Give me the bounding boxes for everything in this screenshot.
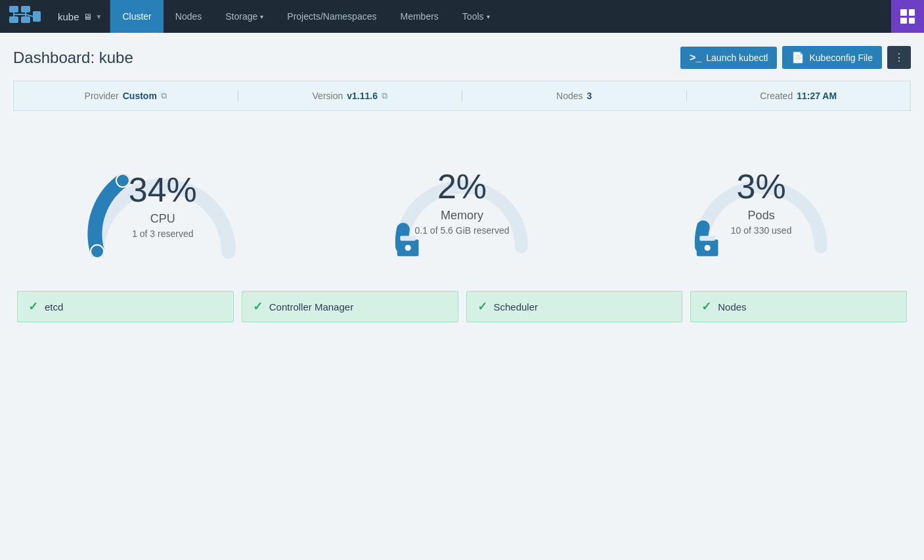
grid-icon [900,9,915,24]
nav-item-tools[interactable]: Tools ▾ [451,0,502,33]
svg-point-13 [405,245,411,251]
status-controller-manager: ✓ Controller Manager [242,291,458,322]
created-info: Created 11:27 AM [686,91,911,101]
cpu-percent: 34% [129,173,197,207]
info-bar: Provider Custom ⧉ Version v1.11.6 ⧉ Node… [13,81,911,111]
svg-rect-4 [33,11,41,22]
more-icon: ⋮ [894,52,904,63]
status-etcd: ✓ etcd [17,291,234,322]
nav-item-projects[interactable]: Projects/Namespaces [275,0,388,33]
version-info: Version v1.11.6 ⧉ [238,91,462,101]
memory-gauge: 2% Memory 0.1 of 5.6 GiB reserved [357,133,567,265]
nav-item-cluster[interactable]: Cluster [110,0,163,33]
check-icon: ✓ [701,299,711,314]
kubeconfig-button[interactable]: 📄 Kubeconfig File [782,46,882,69]
memory-label: Memory [415,209,510,223]
status-controller-manager-label: Controller Manager [269,301,353,312]
chevron-down-icon: ▼ [96,13,102,20]
memory-percent: 2% [415,169,510,204]
pods-gauge-wrap: 3% Pods 10 of 330 used [676,133,847,265]
status-nodes-label: Nodes [718,301,746,312]
status-etcd-label: etcd [45,301,63,312]
nav-item-storage[interactable]: Storage ▾ [213,0,275,33]
navbar: kube 🖥 ▼ Cluster Nodes Storage ▾ Project… [0,0,924,33]
svg-rect-2 [9,16,18,23]
gauges-row: 34% CPU 1 of 3 reserved [13,127,911,284]
more-options-button[interactable]: ⋮ [887,46,911,69]
copy-icon[interactable]: ⧉ [161,91,167,101]
provider-info: Provider Custom ⧉ [14,91,238,101]
pods-percent: 3% [731,169,792,204]
pods-sub: 10 of 330 used [731,225,792,236]
nav-item-members[interactable]: Members [388,0,450,33]
svg-rect-0 [9,6,18,12]
svg-rect-12 [401,236,416,240]
svg-rect-3 [21,16,30,23]
cpu-gauge-wrap: 34% CPU 1 of 3 reserved [77,133,248,265]
copy-icon[interactable]: ⧉ [382,91,387,101]
page-header: Dashboard: kube >_ Launch kubectl 📄 Kube… [13,46,911,69]
cpu-sub: 1 of 3 reserved [129,228,197,239]
memory-gauge-wrap: 2% Memory 0.1 of 5.6 GiB reserved [376,133,547,265]
main-nav: Cluster Nodes Storage ▾ Projects/Namespa… [110,0,891,33]
page-title: Dashboard: kube [13,49,133,67]
cluster-name: kube [58,11,79,22]
header-buttons: >_ Launch kubectl 📄 Kubeconfig File ⋮ [680,46,911,69]
document-icon: 📄 [791,51,804,64]
server-icon: 🖥 [83,12,92,22]
svg-rect-1 [21,6,30,12]
status-scheduler: ✓ Scheduler [466,291,683,322]
check-icon: ✓ [477,299,487,314]
nav-item-nodes[interactable]: Nodes [164,0,213,33]
provider-label: Provider [85,91,119,101]
status-scheduler-label: Scheduler [494,301,539,312]
pods-label: Pods [731,209,792,223]
svg-point-16 [705,245,711,251]
created-value: 11:27 AM [797,91,837,101]
version-label: Version [313,91,343,101]
memory-sub: 0.1 of 5.6 GiB reserved [415,225,510,236]
navbar-right [891,0,924,33]
memory-gauge-center: 2% Memory 0.1 of 5.6 GiB reserved [415,169,510,236]
svg-point-9 [91,245,104,258]
launch-kubectl-button[interactable]: >_ Launch kubectl [680,47,777,69]
brand-logo [0,0,50,33]
pods-gauge: 3% Pods 10 of 330 used [656,133,866,265]
chevron-down-icon: ▾ [260,13,263,20]
cpu-gauge: 34% CPU 1 of 3 reserved [58,133,268,265]
rancher-logo-icon [8,5,42,28]
terminal-icon: >_ [690,52,701,64]
check-icon: ✓ [28,299,38,314]
provider-value: Custom [123,91,157,101]
check-icon: ✓ [253,299,263,314]
main-content: Dashboard: kube >_ Launch kubectl 📄 Kube… [0,33,924,335]
created-label: Created [760,91,793,101]
status-nodes: ✓ Nodes [690,291,907,322]
cluster-selector[interactable]: kube 🖥 ▼ [50,0,110,33]
cpu-label: CPU [129,212,197,226]
svg-point-10 [116,174,129,187]
chevron-down-icon: ▾ [487,13,490,20]
nodes-info: Nodes 3 [462,91,686,101]
status-bar: ✓ etcd ✓ Controller Manager ✓ Scheduler … [13,284,911,335]
svg-rect-15 [700,236,716,240]
cpu-gauge-center: 34% CPU 1 of 3 reserved [129,173,197,239]
version-value: v1.11.6 [347,91,378,101]
nodes-value: 3 [587,91,592,101]
nodes-label: Nodes [556,91,583,101]
svg-line-8 [26,14,33,16]
app-switcher[interactable] [891,0,924,33]
pods-gauge-center: 3% Pods 10 of 330 used [731,169,792,236]
